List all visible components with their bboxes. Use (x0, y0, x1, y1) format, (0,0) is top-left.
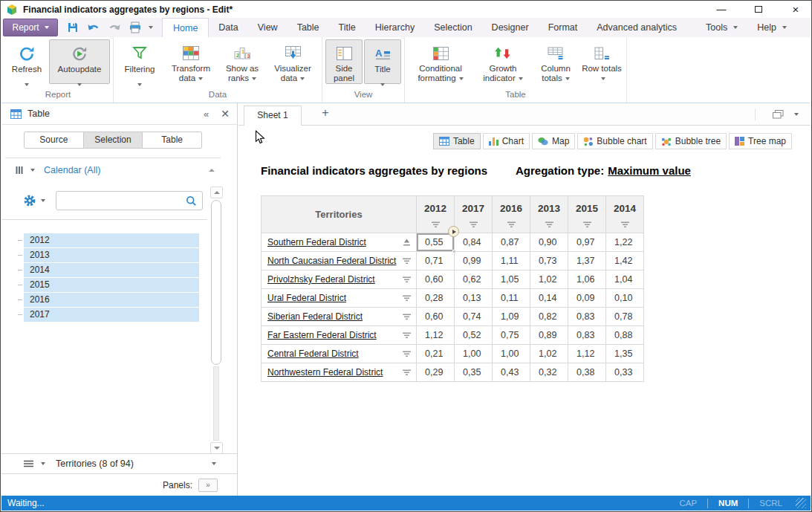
filter-icon[interactable] (606, 218, 643, 231)
value-cell[interactable]: 0,13 (455, 289, 493, 308)
side-panel-button[interactable]: Side panel (325, 39, 363, 84)
year-item-2015[interactable]: 2015 (24, 278, 199, 292)
chevron-down-icon[interactable] (41, 462, 45, 465)
menu-tab-view[interactable]: View (248, 18, 288, 37)
refresh-button[interactable]: Refresh (6, 39, 48, 84)
transform-data-button[interactable]: Transform data (164, 39, 218, 84)
value-cell[interactable]: 0,88 (606, 326, 644, 345)
value-cell[interactable]: 0,87 (493, 233, 530, 252)
minimize-button[interactable]: — (713, 1, 730, 18)
chevron-down-icon[interactable] (30, 169, 35, 172)
value-cell[interactable]: 0,62 (455, 270, 493, 289)
territory-link[interactable]: Ural Federal District (267, 293, 346, 303)
view-button-map[interactable]: Map (532, 133, 575, 149)
column-header-2016[interactable]: 2016 (493, 196, 530, 233)
value-cell[interactable]: 1,11 (493, 252, 530, 270)
menu-tab-hierarchy[interactable]: Hierarchy (366, 18, 425, 37)
filter-icon[interactable] (403, 276, 411, 283)
filter-icon[interactable] (455, 218, 492, 231)
value-cell[interactable]: 0,74 (455, 308, 493, 326)
value-cell[interactable]: 0,73 (530, 252, 568, 270)
report-menu-button[interactable]: Report (3, 19, 58, 36)
maximize-button[interactable] (750, 1, 767, 18)
value-cell[interactable]: 0,35 (455, 363, 493, 382)
value-cell[interactable]: 1,42 (606, 252, 644, 270)
value-cell[interactable]: 0,78 (606, 308, 644, 326)
show-as-ranks-button[interactable]: 213 Show as ranks (219, 39, 265, 84)
filter-icon[interactable] (568, 218, 605, 231)
column-header-2013[interactable]: 2013 (530, 196, 568, 233)
filter-icon[interactable] (403, 258, 411, 265)
territory-cell[interactable]: North Caucasian Federal District (262, 252, 417, 270)
value-cell[interactable]: 1,09 (493, 308, 530, 326)
title-button[interactable]: A Title (364, 39, 401, 84)
value-cell[interactable]: 0,75 (493, 326, 530, 345)
value-cell[interactable]: 0,09 (568, 289, 606, 308)
column-header-2017[interactable]: 2017 (455, 196, 493, 233)
territory-link[interactable]: North Caucasian Federal District (267, 256, 396, 266)
territory-link[interactable]: Privolzhsky Federal District (267, 274, 375, 285)
year-item-2013[interactable]: 2013 (24, 248, 199, 262)
value-cell[interactable]: 0,11 (493, 289, 530, 308)
print-dropdown-icon[interactable] (149, 26, 153, 29)
menu-tab-title[interactable]: Title (329, 18, 366, 37)
territory-cell[interactable]: Central Federal District (262, 345, 417, 363)
chevron-down-icon[interactable] (794, 113, 799, 116)
value-cell[interactable]: 0,99 (455, 252, 493, 270)
value-cell[interactable]: 1,00 (455, 345, 493, 363)
menu-tab-home[interactable]: Home (162, 18, 209, 37)
aggregation-value-link[interactable]: Maximum value (608, 164, 691, 177)
year-item-2014[interactable]: 2014 (24, 263, 199, 277)
menu-tab-table[interactable]: Table (288, 18, 329, 37)
column-header-2015[interactable]: 2015 (568, 196, 606, 233)
menu-tab-designer[interactable]: Designer (482, 18, 539, 37)
gear-icon[interactable] (24, 195, 36, 207)
chevron-down-icon[interactable] (782, 26, 787, 29)
territories-section-header[interactable]: Territories (8 of 94) (1, 453, 237, 473)
scrollbar-track[interactable] (213, 366, 219, 441)
chevron-down-icon[interactable] (733, 26, 738, 29)
growth-indicator-button[interactable]: Growth indicator (475, 39, 531, 84)
territory-link[interactable]: Northwestern Federal District (267, 367, 383, 377)
tab-table[interactable]: Table (143, 132, 201, 148)
value-cell[interactable]: 1,37 (568, 252, 606, 270)
territory-cell[interactable]: Northwestern Federal District (262, 363, 417, 382)
filter-icon[interactable] (403, 351, 411, 357)
column-header-2014[interactable]: 2014 (606, 196, 644, 233)
value-cell[interactable]: 0,38 (568, 363, 606, 382)
value-cell[interactable]: 1,12 (568, 345, 606, 363)
territory-cell[interactable]: Southern Federal District (262, 233, 417, 252)
dimension-name[interactable]: Calendar (All) (44, 165, 100, 175)
redo-button[interactable] (107, 20, 122, 35)
sidebar-scrollbar[interactable] (210, 187, 223, 454)
year-item-2016[interactable]: 2016 (24, 293, 199, 307)
panels-expand-button[interactable]: » (198, 479, 218, 492)
value-cell[interactable]: 0,29 (417, 363, 455, 382)
filter-icon[interactable] (493, 218, 530, 231)
territory-link[interactable]: Far Eastern Federal District (267, 330, 377, 340)
value-cell[interactable]: 0,55 (417, 233, 455, 252)
selection-handle[interactable] (452, 250, 456, 253)
value-cell[interactable]: 1,12 (417, 326, 455, 345)
value-cell[interactable]: 0,43 (493, 363, 530, 382)
filter-icon[interactable] (403, 332, 411, 339)
value-cell[interactable]: 0,52 (455, 326, 493, 345)
chevron-down-icon[interactable] (41, 199, 45, 202)
column-header-territories[interactable]: Territories (262, 196, 417, 233)
undo-button[interactable] (86, 20, 101, 35)
tab-selection[interactable]: Selection (84, 132, 143, 148)
value-cell[interactable]: 1,35 (606, 345, 644, 363)
dimension-header[interactable]: Calendar (All) (5, 158, 221, 182)
territory-cell[interactable]: Siberian Federal District (262, 308, 417, 326)
resize-grip[interactable] (796, 498, 806, 508)
filter-icon[interactable] (403, 295, 411, 302)
cascade-windows-icon[interactable] (772, 109, 784, 123)
value-cell[interactable]: 0,60 (417, 270, 455, 289)
menu-tab-format[interactable]: Format (539, 18, 588, 37)
chevron-down-icon[interactable] (212, 462, 216, 465)
value-cell[interactable]: 0,10 (606, 289, 644, 308)
value-cell[interactable]: 1,02 (530, 270, 568, 289)
scroll-up-button[interactable] (210, 187, 223, 198)
value-cell[interactable]: 0,28 (417, 289, 455, 308)
menu-tab-data[interactable]: Data (209, 18, 247, 37)
